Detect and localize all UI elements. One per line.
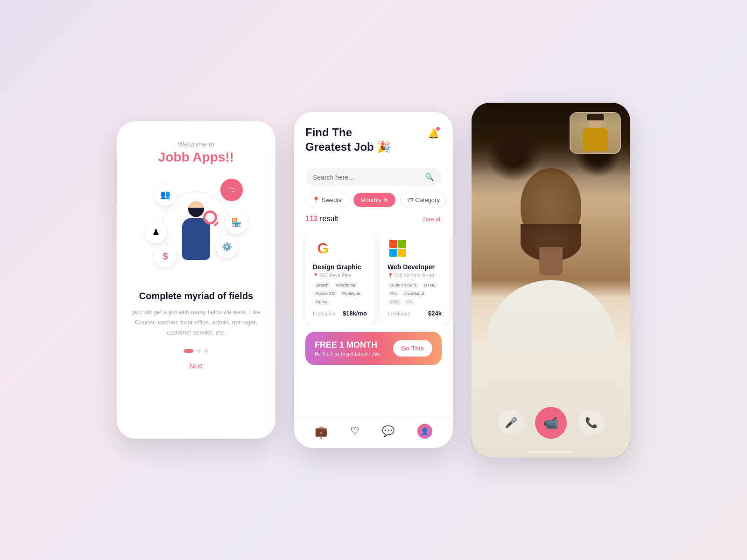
tag-pro: Pro — [388, 290, 400, 297]
tag-prototype: Prototype — [339, 290, 363, 297]
category-icon: 🏷 — [407, 196, 413, 203]
job-cards: G Design Graphic 263 Fewi Pike Sketch Wi… — [294, 230, 453, 325]
mute-button[interactable]: 🎤 — [498, 410, 524, 436]
tag-css: CSS — [388, 299, 402, 305]
end-call-button[interactable]: 📞 — [578, 410, 604, 436]
tag-rails: Ruby on Rails — [388, 282, 419, 288]
screen-video-call: 🎤 📹 📞 — [472, 103, 630, 457]
bottom-navigation: 💼 ♡ 💬 👤 — [294, 417, 453, 448]
nav-heart-icon[interactable]: ♡ — [350, 425, 359, 437]
results-row: 112 result See all — [294, 215, 453, 223]
dot-3 — [204, 349, 208, 353]
results-label: result — [320, 215, 338, 223]
job-title-line2: Greatest Job 🎉 — [305, 140, 391, 154]
job-type-2: Freelance — [388, 311, 410, 316]
filter-swedia[interactable]: 📍 Swedia — [305, 193, 349, 207]
dollar-icon: $ — [154, 245, 176, 267]
screen-welcome: Welcome to Jobb Apps!! 👥 🗂 🏪 ⚙️ $ ♟ Comp… — [117, 121, 275, 439]
ms-blue — [389, 249, 397, 257]
nav-jobs-icon[interactable]: 💼 — [315, 425, 327, 437]
filter-row: 📍 Swedia Monthly ✕ 🏷 Category — [294, 193, 453, 207]
filter-swedia-label: Swedia — [322, 196, 342, 203]
filter-monthly-label: Monthly — [360, 196, 382, 203]
job-salary-1: $18k/mo — [343, 310, 367, 317]
dot-active — [184, 349, 193, 353]
nav-chat-icon[interactable]: 💬 — [382, 425, 395, 437]
tag-wireframe: Wireframe — [333, 282, 359, 288]
briefcase-icon: 🗂 — [220, 179, 243, 201]
notification-button[interactable]: 🔔 — [425, 125, 442, 142]
tag-git: Git — [404, 299, 415, 305]
tag-sketch: Sketch — [313, 282, 331, 288]
job-title-dev: Web Developer — [388, 263, 442, 271]
welcome-label: Welcome to — [178, 140, 215, 148]
main-caller-video — [472, 103, 630, 457]
card-footer-1: Freelance $18k/mo — [313, 310, 367, 317]
job-card-microsoft[interactable]: Web Developer 548 Nohtrid Road Ruby on R… — [380, 230, 449, 325]
job-tags-1: Sketch Wireframe Adobe XD Prototype Figm… — [313, 282, 367, 305]
nav-avatar[interactable]: 👤 — [417, 424, 432, 439]
job-location-1: 263 Fewi Pike — [313, 273, 367, 278]
nav-active-dot — [320, 437, 322, 439]
notification-dot — [436, 127, 440, 131]
ms-red — [389, 240, 397, 248]
store-icon: 🏪 — [225, 211, 247, 234]
people-icon: 👥 — [154, 183, 176, 206]
gear-icon: ⚙️ — [216, 236, 238, 258]
search-input[interactable] — [313, 174, 421, 181]
promo-sub-text: Be the first to get latest news — [315, 351, 381, 357]
dot-2 — [197, 349, 201, 353]
app-title: Jobb Apps!! — [158, 150, 234, 165]
filter-category[interactable]: 🏷 Category — [400, 193, 447, 207]
filter-monthly[interactable]: Monthly ✕ — [353, 193, 396, 207]
pagination-dots — [184, 349, 208, 353]
job-salary-2: $24k — [428, 310, 442, 317]
close-icon: ✕ — [383, 196, 388, 203]
results-number: 112 — [305, 215, 318, 223]
ms-green — [398, 240, 406, 248]
tag-adobexd: Adobe XD — [313, 290, 338, 297]
illustration: 👥 🗂 🏪 ⚙️ $ ♟ — [140, 174, 252, 277]
search-bar[interactable]: 🔍 — [305, 168, 442, 186]
results-count-text: 112 result — [305, 215, 338, 223]
onboard-description: you will get a job with many fields we w… — [131, 307, 261, 338]
job-title-graphic: Design Graphic — [313, 263, 367, 271]
title-row: Find The Greatest Job 🎉 🔔 — [305, 125, 442, 154]
next-button[interactable]: Next — [190, 362, 203, 370]
tag-js: JavaScript — [402, 290, 427, 297]
microsoft-logo — [388, 238, 408, 259]
video-toggle-button[interactable]: 📹 — [535, 407, 567, 439]
job-card-google[interactable]: G Design Graphic 263 Fewi Pike Sketch Wi… — [305, 230, 374, 325]
promo-main-text: FREE 1 MONTH — [315, 340, 381, 350]
figure — [175, 201, 217, 262]
location-icon: 📍 — [312, 196, 320, 203]
onboard-heading: Complete myriad of fields — [139, 291, 254, 301]
filter-category-label: Category — [415, 196, 440, 203]
job-location-2: 548 Nohtrid Road — [388, 273, 442, 278]
tag-html: HTML — [421, 282, 438, 288]
tag-figma: Figma — [313, 299, 330, 305]
chess-icon: ♟ — [145, 221, 167, 243]
job-header: Find The Greatest Job 🎉 🔔 — [294, 112, 453, 161]
google-logo: G — [313, 238, 333, 259]
home-indicator — [528, 451, 574, 453]
job-title-line1: Find The — [305, 125, 391, 140]
promo-cta-button[interactable]: Go This — [393, 340, 432, 357]
search-icon: 🔍 — [425, 173, 434, 182]
promo-banner: FREE 1 MONTH Be the first to get latest … — [305, 332, 442, 365]
job-tags-2: Ruby on Rails HTML Pro JavaScript CSS Gi… — [388, 282, 442, 305]
screen-job-search: Find The Greatest Job 🎉 🔔 🔍 📍 Swedia Mon… — [294, 112, 453, 448]
ms-yellow — [398, 249, 406, 257]
card-footer-2: Freelance $24k — [388, 310, 442, 317]
pip-video — [570, 112, 621, 154]
job-type-1: Freelance — [313, 311, 336, 316]
see-all-link[interactable]: See all — [423, 216, 442, 223]
call-controls: 🎤 📹 📞 — [472, 407, 630, 439]
google-g-icon: G — [317, 240, 329, 257]
